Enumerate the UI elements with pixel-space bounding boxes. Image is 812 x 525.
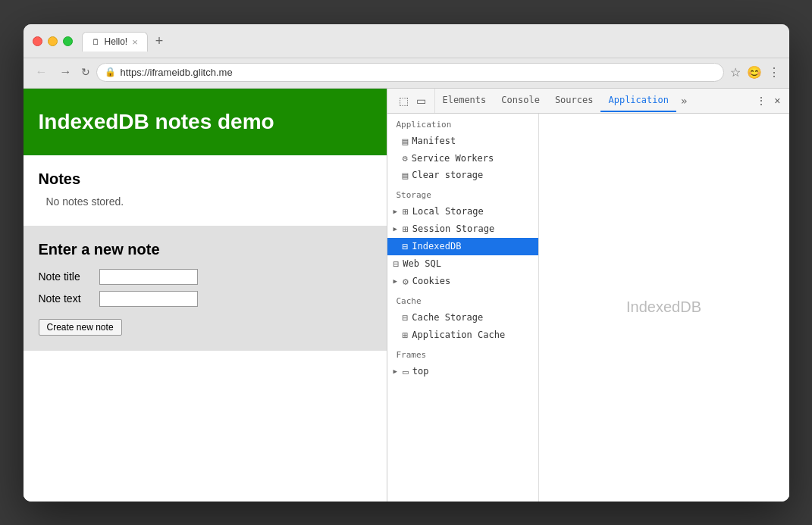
devtools-sidebar: Application ▤ Manifest ⚙ Service Workers… [387,114,539,502]
tab-console[interactable]: Console [494,89,547,112]
arrow-icon: ▶ [393,367,397,375]
new-tab-button[interactable]: + [151,32,168,51]
new-note-section: Enter a new note Note title Note text Cr… [24,226,387,351]
notes-heading: Notes [39,170,372,188]
sidebar-item-web-sql[interactable]: ⊟ Web SQL [387,255,538,273]
lock-icon: 🔒 [105,67,116,77]
title-bar: 🗒 Hello! × + [24,24,789,58]
tab-sources[interactable]: Sources [547,89,601,112]
service-workers-icon: ⚙ [403,153,408,164]
app-header: IndexedDB notes demo [24,89,387,155]
bookmark-button[interactable]: ☆ [730,65,741,80]
devtools-tab-bar: ⬚ ▭ Elements Console Sources Application… [387,89,789,114]
notes-empty: No notes stored. [46,195,372,208]
browser-menu-button[interactable]: ⋮ [768,65,780,80]
minimize-button[interactable] [48,36,58,46]
create-note-button[interactable]: Create new note [39,319,122,336]
new-note-heading: Enter a new note [39,241,372,258]
more-tabs-button[interactable]: » [676,92,691,110]
application-cache-icon: ⊞ [403,330,409,341]
reload-button[interactable]: ↻ [81,66,90,78]
devtools-body: Application ▤ Manifest ⚙ Service Workers… [387,114,789,502]
devtools-device-icon[interactable]: ▭ [414,93,428,108]
notes-section: Notes No notes stored. [24,155,387,223]
maximize-button[interactable] [63,36,73,46]
sidebar-item-label: IndexedDB [412,241,461,252]
devtools-content-label: IndexedDB [626,298,701,316]
local-storage-icon: ⊞ [403,206,409,217]
cache-storage-icon: ⊟ [403,312,409,323]
manifest-icon: ▤ [403,136,409,147]
sidebar-item-local-storage[interactable]: ▶ ⊞ Local Storage [387,203,538,220]
sidebar-item-label: Web SQL [403,258,441,269]
clear-storage-icon: ▤ [403,170,409,181]
sidebar-item-clear-storage[interactable]: ▤ Clear storage [387,167,538,184]
note-text-label: Note text [39,292,99,305]
cookies-icon: ⚙ [403,276,409,287]
sidebar-item-session-storage[interactable]: ▶ ⊞ Session Storage [387,220,538,238]
sidebar-item-indexeddb[interactable]: ⊟ IndexedDB [387,238,538,255]
note-title-input[interactable] [99,269,198,285]
url-text: https://iframeidb.glitch.me [121,67,233,78]
sidebar-section-storage: Storage [387,184,538,203]
browser-window: 🗒 Hello! × + ← → ↻ 🔒 https://iframeidb.g… [24,24,789,502]
app-title: IndexedDB notes demo [39,110,372,134]
devtools-pane: ⬚ ▭ Elements Console Sources Application… [387,89,789,502]
url-bar[interactable]: 🔒 https://iframeidb.glitch.me [96,63,724,82]
sidebar-item-top[interactable]: ▶ ▭ top [387,363,538,380]
sidebar-item-label: Local Storage [412,206,484,217]
tab-elements[interactable]: Elements [435,89,494,112]
browser-content: IndexedDB notes demo Notes No notes stor… [24,89,789,502]
devtools-kebab-button[interactable]: ⋮ [754,93,769,108]
devtools-toolbar: ⬚ ▭ [390,89,435,113]
devtools-inspect-icon[interactable]: ⬚ [397,93,411,108]
sidebar-item-label: Application Cache [412,330,505,340]
sidebar-section-frames: Frames [387,344,538,363]
note-text-row: Note text [39,291,372,307]
webpage-pane: IndexedDB notes demo Notes No notes stor… [24,89,387,502]
sidebar-section-application: Application [387,114,538,133]
sidebar-item-label: Clear storage [412,170,483,180]
sidebar-item-label: Cookies [412,276,451,286]
tab-application[interactable]: Application [600,89,676,112]
session-storage-icon: ⊞ [403,223,409,235]
tab-close-button[interactable]: × [132,36,138,48]
devtools-close-button[interactable]: × [772,93,782,108]
frame-icon: ▭ [403,366,409,377]
arrow-icon: ▶ [393,225,397,233]
sidebar-item-service-workers[interactable]: ⚙ Service Workers [387,150,538,167]
tab-title: Hello! [105,36,128,47]
sidebar-item-application-cache[interactable]: ⊞ Application Cache [387,327,538,344]
note-text-input[interactable] [99,291,198,307]
close-button[interactable] [33,36,42,46]
arrow-icon: ▶ [393,277,397,285]
tab-bar: 🗒 Hello! × + [82,32,168,52]
back-button[interactable]: ← [33,64,51,80]
sidebar-item-cache-storage[interactable]: ⊟ Cache Storage [387,309,538,327]
forward-button[interactable]: → [57,64,75,80]
sidebar-item-label: Session Storage [412,223,494,234]
indexeddb-icon: ⊟ [403,241,409,252]
sidebar-item-label: Cache Storage [412,312,483,323]
sidebar-item-manifest[interactable]: ▤ Manifest [387,133,538,150]
address-bar: ← → ↻ 🔒 https://iframeidb.glitch.me ☆ 😊 … [24,58,789,89]
browser-tab[interactable]: 🗒 Hello! × [82,32,148,52]
sidebar-item-label: Service Workers [412,153,494,164]
devtools-main-content: IndexedDB [539,114,789,502]
tab-favicon: 🗒 [92,37,100,46]
arrow-icon: ▶ [393,208,397,215]
note-title-label: Note title [39,270,99,283]
sidebar-item-label: Manifest [412,136,456,146]
note-title-row: Note title [39,269,372,285]
web-sql-icon: ⊟ [393,258,400,270]
sidebar-item-cookies[interactable]: ▶ ⚙ Cookies [387,273,538,290]
profile-button[interactable]: 😊 [747,65,762,80]
sidebar-item-label: top [412,366,429,377]
sidebar-section-cache: Cache [387,290,538,309]
traffic-lights [33,36,73,46]
